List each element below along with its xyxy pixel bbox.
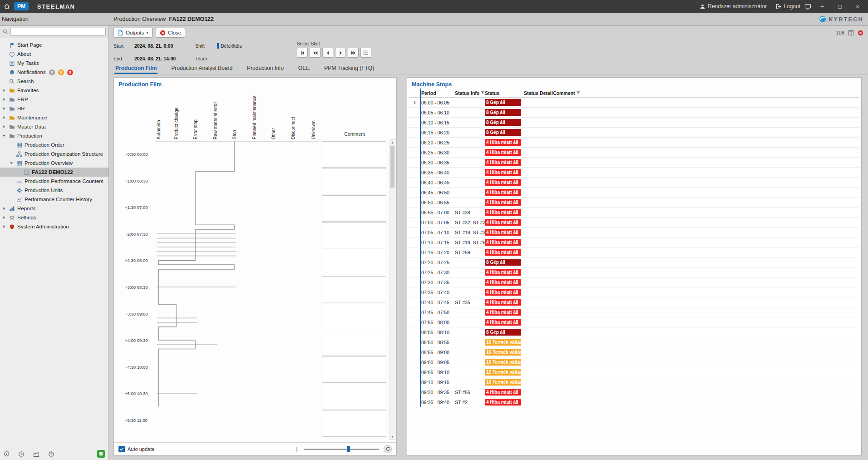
sidebar-item-master-data[interactable]: Master Data (0, 122, 108, 131)
column-header-period[interactable]: Period (420, 90, 454, 96)
sidebar-item-production[interactable]: Production (0, 131, 108, 140)
scroll-up-icon[interactable]: ▲ (390, 141, 395, 144)
scroll-down-icon[interactable]: ▼ (390, 435, 395, 438)
sidebar-item-erp[interactable]: ERP (0, 95, 108, 104)
machine-stop-row[interactable]: 06:15 - 06:208 Gép áll (409, 128, 859, 138)
sidebar-item-production-overview[interactable]: Production Overview (0, 158, 108, 168)
machine-stop-row[interactable]: 06:55 - 07:00ST #384 Hiba miatt áll (409, 208, 859, 218)
sidebar-item-hr[interactable]: HR (0, 104, 108, 113)
sidebar-item-system-administration[interactable]: System Administration (0, 222, 108, 231)
slider-thumb[interactable] (347, 446, 350, 452)
machine-stop-row[interactable]: 08:05 - 08:108 Gép áll (409, 327, 859, 337)
machine-stop-row[interactable]: 09:00 - 09:0516 Termék váltás (409, 357, 859, 367)
comment-box[interactable] (322, 195, 386, 222)
sidebar-item-performance-counter-history[interactable]: Performance Counter History (0, 195, 108, 204)
machine-stop-row[interactable]: 06:25 - 06:304 Hiba miatt áll (409, 148, 859, 158)
comment-box[interactable] (322, 356, 386, 383)
tab-production-analyst-board[interactable]: Production Analyst Board (170, 63, 233, 74)
sidebar-item-settings[interactable]: Settings (0, 213, 108, 222)
machine-stop-row[interactable]: 07:55 - 08:004 Hiba miatt áll (409, 317, 859, 327)
machine-stop-row[interactable]: 07:45 - 07:504 Hiba miatt áll (409, 307, 859, 317)
chevron-right-icon[interactable] (2, 207, 6, 210)
sidebar-item-start-page[interactable]: Start Page (0, 40, 108, 49)
sidebar-item-about[interactable]: About (0, 49, 108, 59)
machine-stop-row[interactable]: 09:10 - 09:1516 Termék váltás (409, 377, 859, 387)
user-menu[interactable]: Rendszer adminisztrátor (700, 3, 767, 10)
comment-box[interactable] (322, 330, 386, 356)
tab-production-info[interactable]: Production Info (246, 63, 285, 74)
shift-fast-back-button[interactable] (310, 48, 321, 58)
close-tab-icon[interactable] (858, 30, 863, 36)
expand-row-icon[interactable] (412, 100, 417, 105)
sidebar-item-notifications[interactable]: Notifications000 (0, 68, 108, 77)
sidebar-item-favorites[interactable]: Favorites (0, 86, 108, 95)
shift-next-button[interactable] (335, 48, 346, 58)
sidebar-item-reports[interactable]: Reports (0, 204, 108, 213)
tab-ppm-tracking-ftq[interactable]: PPM Tracking (FTQ) (323, 63, 375, 74)
machine-stop-row[interactable]: 09:05 - 09:1016 Termék váltás (409, 367, 859, 377)
comment-box[interactable] (322, 141, 386, 168)
machine-stop-row[interactable]: 07:00 - 07:05ST #32, ST #384 Hiba miatt … (409, 218, 859, 228)
chevron-down-icon[interactable] (9, 161, 14, 165)
comment-box[interactable] (322, 249, 386, 275)
machine-stop-row[interactable]: 07:15 - 07:20ST #594 Hiba miatt áll (409, 247, 859, 257)
shift-fast-forward-button[interactable] (348, 48, 359, 58)
tab-oee[interactable]: OEE (297, 63, 311, 74)
chevron-right-icon[interactable] (2, 98, 6, 101)
sidebar-search-input[interactable] (10, 28, 106, 36)
machine-stop-row[interactable]: 08:50 - 08:5516 Termék váltás (409, 337, 859, 347)
shift-first-button[interactable] (297, 48, 308, 58)
column-header-status[interactable]: Status (483, 90, 523, 96)
scrollbar-thumb[interactable] (390, 146, 395, 188)
sidebar-item-production-organization-structure[interactable]: Production Organization Structure (0, 149, 108, 158)
sidebar-item-production-performance-counters[interactable]: Production Performance Counters (0, 177, 108, 186)
chevron-down-icon[interactable] (2, 134, 6, 138)
minimize-button[interactable]: − (815, 3, 829, 10)
machine-stop-row[interactable]: 06:10 - 06:158 Gép áll (409, 118, 859, 128)
help-icon[interactable] (48, 451, 54, 457)
machine-stop-row[interactable]: 07:05 - 07:10ST #18, ST #324 Hiba miatt … (409, 228, 859, 237)
machine-stop-row[interactable]: 09:30 - 09:35ST #564 Hiba miatt áll (409, 387, 859, 397)
comment-box[interactable] (322, 411, 386, 437)
chevron-right-icon[interactable] (2, 216, 6, 219)
sidebar-item-maintenance[interactable]: Maintenance (0, 113, 108, 122)
clock-icon[interactable] (18, 451, 25, 457)
comment-box[interactable] (322, 222, 386, 248)
outputs-button[interactable]: Outputs ▾ (113, 28, 153, 38)
popout-window-icon[interactable] (848, 30, 854, 36)
chevron-right-icon[interactable] (2, 89, 6, 92)
chevron-right-icon[interactable] (2, 225, 6, 228)
logout-button[interactable]: Logout (775, 3, 800, 10)
info-icon[interactable] (4, 451, 10, 457)
sidebar-item-production-units[interactable]: Production Units (0, 186, 108, 195)
comment-box[interactable] (322, 168, 386, 194)
display-icon[interactable] (804, 3, 811, 10)
machine-stop-row[interactable]: 06:05 - 06:108 Gép áll (409, 108, 859, 118)
machine-stop-row[interactable]: 07:10 - 07:15ST #18, ST #594 Hiba miatt … (409, 237, 859, 247)
column-header-status-detail[interactable]: Status Detail (523, 90, 552, 96)
machine-stop-row[interactable]: 07:35 - 07:404 Hiba miatt áll (409, 287, 859, 297)
machine-stop-row[interactable]: 06:40 - 06:454 Hiba miatt áll (409, 178, 859, 188)
sidebar-item-production-order[interactable]: Production Order (0, 140, 108, 149)
machine-stop-row[interactable]: 07:30 - 07:354 Hiba miatt áll (409, 277, 859, 287)
column-header-status-info[interactable]: Status Info (454, 90, 483, 96)
machine-stop-row[interactable]: 06:45 - 06:504 Hiba miatt áll (409, 188, 859, 198)
shift-calendar-button[interactable] (360, 48, 371, 58)
close-view-button[interactable]: Close (156, 28, 185, 38)
chevron-right-icon[interactable] (2, 116, 6, 119)
machine-stop-row[interactable]: 06:30 - 06:354 Hiba miatt áll (409, 158, 859, 168)
zoom-slider[interactable] (304, 446, 379, 452)
refresh-button[interactable] (384, 445, 392, 453)
chevron-right-icon[interactable] (2, 125, 6, 129)
sidebar-item-my-tasks[interactable]: My Tasks (0, 59, 108, 68)
shift-back-button[interactable] (322, 48, 333, 58)
building-icon[interactable] (33, 451, 39, 457)
home-icon[interactable] (4, 3, 10, 10)
machine-stop-row[interactable]: 06:50 - 06:554 Hiba miatt áll (409, 198, 859, 208)
slider-track[interactable] (304, 449, 379, 450)
close-window-button[interactable]: × (851, 3, 864, 10)
filter-icon[interactable] (576, 91, 580, 95)
comment-box[interactable] (322, 276, 386, 302)
sidebar-item-fa122-demo122[interactable]: FA122 DEMO122 (0, 168, 108, 177)
machine-stop-row[interactable]: 09:35 - 09:40ST #24 Hiba miatt áll (409, 397, 859, 407)
